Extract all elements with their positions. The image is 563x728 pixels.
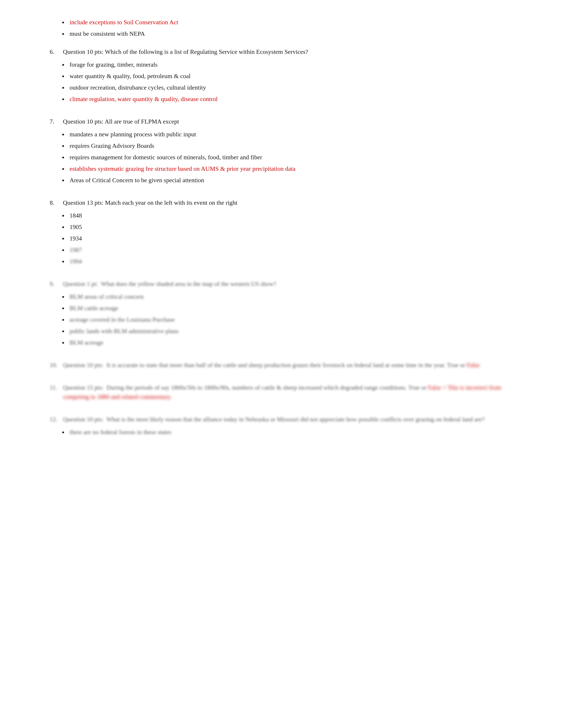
question-10-text: Question 10 pts: It is accurate to state… bbox=[63, 360, 513, 370]
question-6-text: Question 10 pts: Which of the following … bbox=[63, 47, 513, 56]
question-12-header: 12. Question 10 pts: What is the most li… bbox=[50, 415, 513, 424]
question-10-number: 10. bbox=[50, 360, 63, 370]
intro-bullets-section: include exceptions to Soil Conservation … bbox=[50, 18, 513, 38]
question-10: 10. Question 10 pts: It is accurate to s… bbox=[50, 360, 513, 370]
question-8-header: 8. Question 13 pts: Match each year on t… bbox=[50, 198, 513, 207]
question-10-header: 10. Question 10 pts: It is accurate to s… bbox=[50, 360, 513, 370]
bullet-item-1: include exceptions to Soil Conservation … bbox=[67, 18, 513, 27]
question-7-text: Question 10 pts: All are true of FLPMA e… bbox=[63, 117, 513, 126]
question-6: 6. Question 10 pts: Which of the followi… bbox=[50, 47, 513, 104]
question-8: 8. Question 13 pts: Match each year on t… bbox=[50, 198, 513, 266]
q7-bullet-4: establishes systematic grazing fee struc… bbox=[67, 164, 513, 173]
question-7-number: 7. bbox=[50, 117, 63, 126]
q9-bullet-4: public lands with BLM administrative pla… bbox=[67, 326, 513, 336]
q12-bullet-1: there are no federal forests in these st… bbox=[67, 428, 513, 437]
q9-bullet-1: BLM areas of critical concern bbox=[67, 292, 513, 301]
bullet-text-2: must be consistent with NEPA bbox=[70, 30, 145, 37]
bullet-text-1: include exceptions to Soil Conservation … bbox=[70, 19, 178, 26]
question-8-number: 8. bbox=[50, 198, 63, 207]
question-12-text: Question 10 pts: What is the most likely… bbox=[63, 415, 513, 424]
q6-bullet-1: forage for grazing, timber, minerals bbox=[67, 60, 513, 69]
q8-bullet-2: 1905 bbox=[67, 222, 513, 232]
q6-bullet-3: outdoor recreation, distrubance cycles, … bbox=[67, 83, 513, 92]
q6-bullet-4: climate regulation, water quantity & qua… bbox=[67, 94, 513, 104]
question-7-header: 7. Question 10 pts: All are true of FLPM… bbox=[50, 117, 513, 126]
question-9-text: Question 1 pt: What does the yellow shad… bbox=[63, 279, 513, 289]
q7-bullet-1: mandates a new planning process with pub… bbox=[67, 130, 513, 139]
question-11: 11. Question 15 pts: During the periods … bbox=[50, 383, 513, 402]
question-6-number: 6. bbox=[50, 47, 63, 56]
question-9: 9. Question 1 pt: What does the yellow s… bbox=[50, 279, 513, 347]
q7-bullet-2: requires Grazing Advisory Boards bbox=[67, 141, 513, 150]
q8-bullet-3: 1934 bbox=[67, 234, 513, 243]
intro-bullet-list: include exceptions to Soil Conservation … bbox=[67, 18, 513, 38]
question-6-header: 6. Question 10 pts: Which of the followi… bbox=[50, 47, 513, 56]
question-12-number: 12. bbox=[50, 415, 63, 424]
question-12: 12. Question 10 pts: What is the most li… bbox=[50, 415, 513, 437]
question-8-text: Question 13 pts: Match each year on the … bbox=[63, 198, 513, 207]
question-11-text: Question 15 pts: During the periods of s… bbox=[63, 383, 513, 402]
question-11-number: 11. bbox=[50, 383, 63, 402]
q8-bullet-5: 1994 bbox=[67, 257, 513, 266]
q6-bullet-2: water quantity & quality, food, petroleu… bbox=[67, 71, 513, 81]
q9-bullet-3: acreage covered in the Louisiana Purchas… bbox=[67, 315, 513, 324]
question-12-bullets: there are no federal forests in these st… bbox=[67, 428, 513, 437]
q7-bullet-5: Areas of Critical Concern to be given sp… bbox=[67, 176, 513, 185]
q9-bullet-5: BLM acreage bbox=[67, 338, 513, 347]
question-6-bullets: forage for grazing, timber, minerals wat… bbox=[67, 60, 513, 104]
bullet-item-2: must be consistent with NEPA bbox=[67, 29, 513, 38]
question-7: 7. Question 10 pts: All are true of FLPM… bbox=[50, 117, 513, 185]
question-9-number: 9. bbox=[50, 279, 63, 289]
question-8-bullets: 1848 1905 1934 1987 1994 bbox=[67, 211, 513, 266]
question-11-header: 11. Question 15 pts: During the periods … bbox=[50, 383, 513, 402]
q9-bullet-2: BLM cattle acreage bbox=[67, 304, 513, 313]
q8-bullet-4: 1987 bbox=[67, 245, 513, 255]
question-9-header: 9. Question 1 pt: What does the yellow s… bbox=[50, 279, 513, 289]
question-7-bullets: mandates a new planning process with pub… bbox=[67, 130, 513, 185]
question-9-bullets: BLM areas of critical concern BLM cattle… bbox=[67, 292, 513, 347]
page-content: include exceptions to Soil Conservation … bbox=[50, 18, 513, 437]
q8-bullet-1: 1848 bbox=[67, 211, 513, 220]
q7-bullet-3: requires management for domestic sources… bbox=[67, 153, 513, 162]
